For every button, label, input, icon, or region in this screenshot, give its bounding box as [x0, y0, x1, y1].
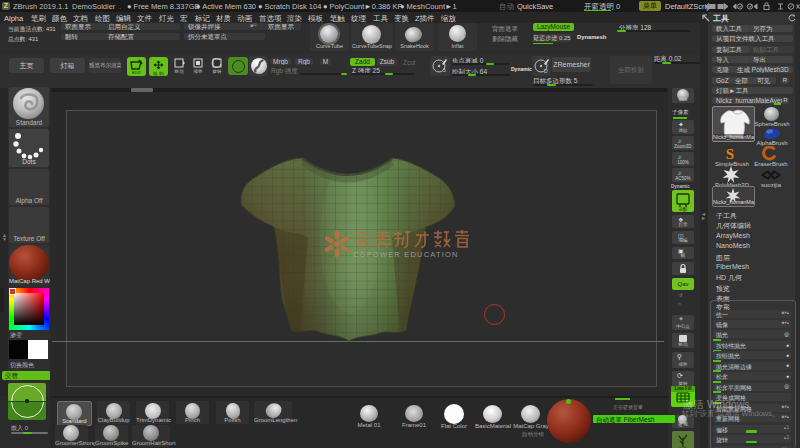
- svg-text:EDIT: EDIT: [132, 70, 142, 75]
- svg-text:5: 5: [443, 67, 446, 73]
- svg-text:Dots: Dots: [22, 158, 36, 165]
- svg-text:移动: 移动: [174, 69, 185, 74]
- svg-text:D: D: [544, 68, 548, 74]
- svg-text:旋转: 旋转: [213, 69, 223, 74]
- svg-text:缩放: 缩放: [194, 68, 204, 74]
- svg-text:S: S: [726, 146, 734, 161]
- svg-text:CGPOWER EDUCATION: CGPOWER EDUCATION: [353, 250, 459, 259]
- svg-text:适配: 适配: [679, 207, 689, 212]
- svg-text:绘 制: 绘 制: [153, 71, 164, 76]
